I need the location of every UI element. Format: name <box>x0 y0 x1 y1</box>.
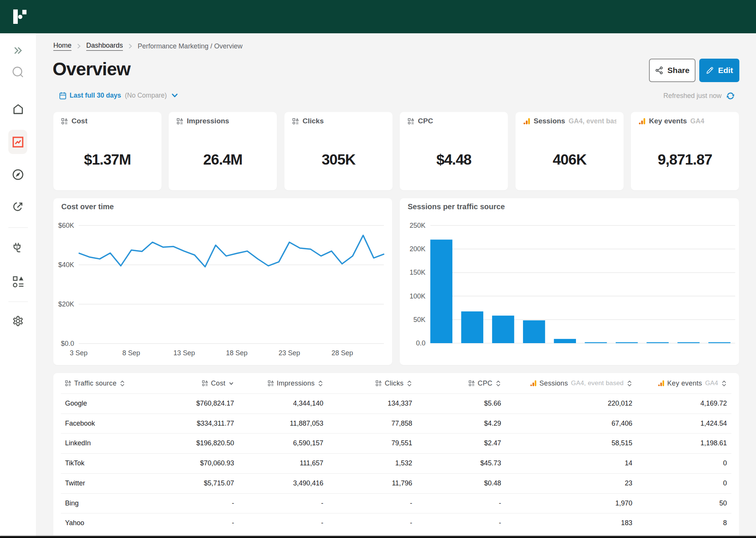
svg-text:$20K: $20K <box>58 300 74 308</box>
svg-text:150K: 150K <box>410 269 425 276</box>
svg-text:250K: 250K <box>410 222 425 229</box>
svg-text:13 Sep: 13 Sep <box>173 349 195 357</box>
svg-text:$60K: $60K <box>58 222 74 229</box>
svg-text:100K: 100K <box>410 292 425 300</box>
svg-text:23 Sep: 23 Sep <box>278 349 300 357</box>
svg-text:$40K: $40K <box>58 261 74 269</box>
svg-text:28 Sep: 28 Sep <box>331 349 353 357</box>
svg-text:8 Sep: 8 Sep <box>122 349 140 357</box>
svg-text:0.0: 0.0 <box>416 339 425 347</box>
svg-text:18 Sep: 18 Sep <box>226 349 247 357</box>
svg-text:$0.0: $0.0 <box>61 340 74 347</box>
svg-text:3 Sep: 3 Sep <box>70 349 87 357</box>
svg-text:200K: 200K <box>410 245 425 253</box>
svg-text:50K: 50K <box>413 316 425 323</box>
